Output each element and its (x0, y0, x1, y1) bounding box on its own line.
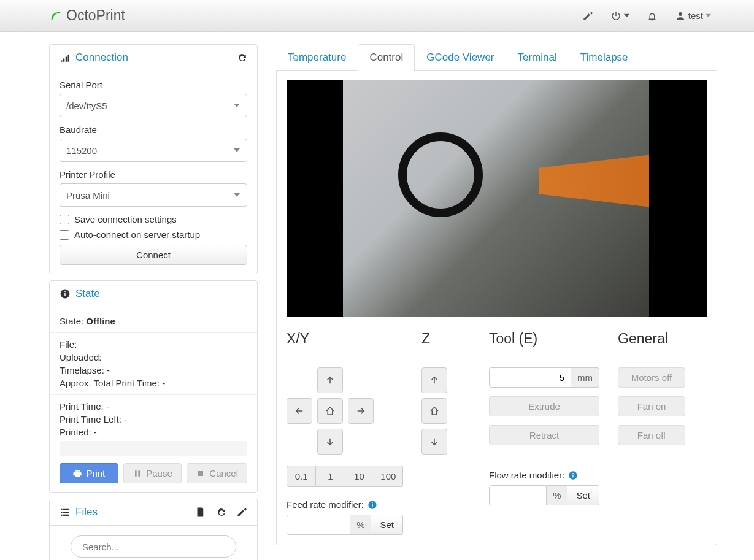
svg-rect-2 (64, 291, 66, 293)
flowrate-set-button[interactable]: Set (567, 485, 599, 505)
brand-text: OctoPrint (66, 7, 125, 24)
info-icon (60, 288, 71, 299)
extrude-unit: mm (571, 367, 599, 388)
baudrate-select[interactable]: 115200 (60, 139, 247, 162)
refresh-icon[interactable] (236, 52, 247, 63)
svg-rect-3 (135, 470, 137, 476)
main: Temperature Control GCode Viewer Termina… (276, 44, 717, 545)
wrench-files-icon[interactable] (236, 507, 247, 518)
files-search-input[interactable] (71, 535, 236, 558)
feedrate-unit: % (350, 515, 371, 535)
svg-rect-11 (573, 473, 574, 474)
power-icon[interactable] (610, 10, 629, 21)
home-xy-button[interactable] (317, 398, 343, 424)
file-line: File: (60, 339, 247, 350)
refresh-files-icon[interactable] (215, 507, 226, 518)
jog-y-down-button[interactable] (317, 429, 343, 455)
jog-z-down-button[interactable] (421, 429, 447, 455)
files-title[interactable]: Files (75, 506, 98, 518)
cancel-button-label: Cancel (209, 468, 238, 478)
print-button-label: Print (86, 468, 105, 478)
extrude-amount-input[interactable] (489, 367, 571, 388)
svg-rect-5 (198, 471, 203, 476)
tab-timelapse[interactable]: Timelapse (569, 44, 640, 71)
navbar-right: test (582, 10, 711, 21)
tab-terminal[interactable]: Terminal (506, 44, 569, 71)
jog-x-left-button[interactable] (287, 398, 312, 424)
fan-on-button[interactable]: Fan on (618, 396, 685, 416)
svg-rect-4 (139, 470, 140, 476)
printed-line: Printed: - (60, 427, 247, 437)
tab-temperature[interactable]: Temperature (276, 44, 358, 71)
svg-rect-1 (64, 293, 66, 296)
baudrate-label: Baudrate (60, 125, 247, 135)
cancel-button[interactable]: Cancel (187, 463, 247, 483)
info-flowrate-icon[interactable] (568, 470, 578, 480)
home-z-button[interactable] (421, 398, 447, 424)
progress-bar (60, 441, 247, 456)
tool-title: Tool (E) (489, 331, 599, 347)
approx-line: Approx. Total Print Time: - (60, 378, 247, 388)
svg-rect-8 (372, 502, 372, 503)
save-settings-label: Save connection settings (74, 214, 177, 224)
signal-icon (60, 52, 71, 63)
xy-controls: X/Y 0.1 1 (287, 331, 403, 535)
motors-off-button[interactable]: Motors off (618, 367, 685, 388)
z-controls: Z (421, 331, 471, 535)
pause-button-label: Pause (146, 468, 172, 478)
step-distance: 0.1 1 10 100 (287, 466, 403, 487)
save-settings-checkbox[interactable] (60, 215, 69, 224)
flowrate-unit: % (547, 485, 567, 505)
tabs: Temperature Control GCode Viewer Termina… (276, 44, 717, 71)
step-1[interactable]: 1 (316, 466, 345, 487)
feedrate-input[interactable] (287, 515, 350, 535)
svg-rect-7 (372, 504, 372, 507)
z-title: Z (421, 331, 471, 347)
autoconnect-checkbox[interactable] (60, 230, 69, 240)
xy-title: X/Y (287, 331, 403, 347)
jog-z-up-button[interactable] (421, 367, 447, 393)
tab-content: X/Y 0.1 1 (276, 71, 717, 545)
settings-icon[interactable] (582, 10, 593, 21)
flowrate-label: Flow rate modifier: (489, 470, 564, 480)
tab-gcode[interactable]: GCode Viewer (415, 44, 506, 71)
sdcard-icon[interactable] (194, 507, 206, 518)
step-100[interactable]: 100 (374, 466, 403, 487)
user-menu[interactable]: test (675, 10, 711, 21)
jog-x-right-button[interactable] (348, 398, 374, 424)
profile-label: Printer Profile (60, 169, 247, 180)
state-title[interactable]: State (75, 288, 100, 300)
flowrate-input[interactable] (489, 485, 547, 505)
notifications-icon[interactable] (647, 10, 658, 21)
serial-port-label: Serial Port (60, 80, 247, 90)
connection-title[interactable]: Connection (75, 52, 128, 64)
tab-control[interactable]: Control (358, 44, 415, 71)
fan-off-button[interactable]: Fan off (618, 425, 685, 445)
serial-port-select[interactable]: /dev/ttyS5 (60, 94, 247, 117)
retract-button[interactable]: Retract (489, 425, 599, 445)
connection-panel: Connection Serial Port /dev/ttyS5 Baudra… (49, 44, 258, 274)
sidebar: Connection Serial Port /dev/ttyS5 Baudra… (49, 44, 258, 560)
step-10[interactable]: 10 (345, 466, 374, 487)
octoprint-logo-icon (49, 9, 63, 23)
connect-button[interactable]: Connect (60, 245, 247, 265)
feedrate-set-button[interactable]: Set (371, 515, 403, 535)
print-button[interactable]: Print (60, 463, 118, 483)
tool-controls: Tool (E) mm Extrude Retract Flow rate mo… (489, 331, 599, 535)
navbar: OctoPrint test (0, 0, 754, 32)
general-controls: General Motors off Fan on Fan off (618, 331, 685, 535)
brand[interactable]: OctoPrint (49, 7, 125, 24)
svg-rect-10 (573, 474, 574, 477)
autoconnect-label: Auto-connect on server startup (74, 229, 200, 240)
feedrate-label: Feed rate modifier: (287, 499, 364, 510)
files-panel: Files (49, 499, 258, 560)
webcam-stream[interactable] (287, 80, 707, 317)
pause-button[interactable]: Pause (123, 463, 182, 483)
step-0-1[interactable]: 0.1 (287, 466, 316, 487)
webcam-image (343, 80, 649, 317)
jog-y-up-button[interactable] (317, 367, 343, 393)
profile-select[interactable]: Prusa Mini (60, 183, 247, 207)
timelapse-line: Timelapse: - (60, 365, 247, 375)
info-feedrate-icon[interactable] (367, 500, 377, 510)
extrude-button[interactable]: Extrude (489, 396, 599, 416)
